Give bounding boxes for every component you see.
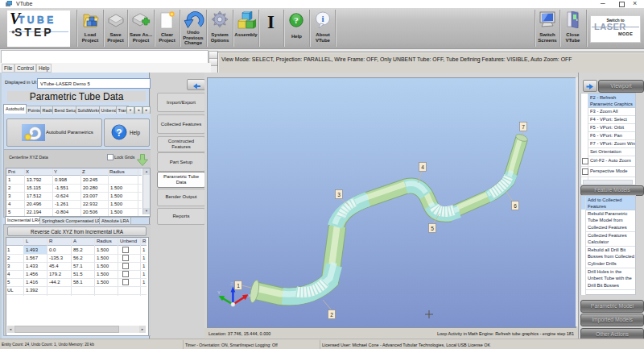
- svg-text:i: i: [321, 14, 324, 23]
- svg-text:1: 1: [237, 283, 240, 289]
- svg-text:2: 2: [330, 312, 333, 318]
- svg-text:Z: Z: [230, 281, 233, 286]
- svg-text:5: 5: [431, 226, 434, 231]
- svg-text:4: 4: [421, 164, 424, 170]
- svg-text:?: ?: [294, 15, 299, 25]
- svg-text:3: 3: [337, 192, 341, 197]
- svg-text:X: X: [248, 293, 251, 298]
- svg-text:6: 6: [514, 203, 517, 209]
- svg-text:?: ?: [116, 127, 122, 139]
- svg-text:Y: Y: [217, 290, 221, 295]
- svg-text:7: 7: [522, 124, 525, 130]
